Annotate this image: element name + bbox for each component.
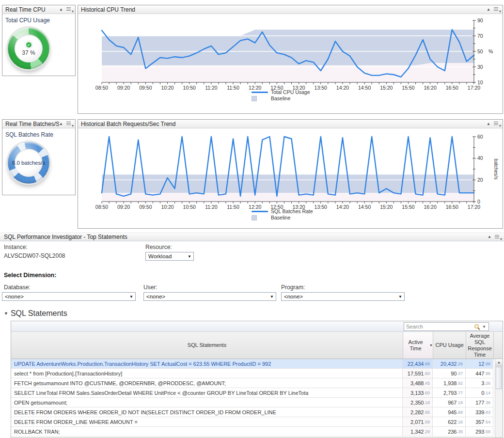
scrollbar-thumb[interactable] xyxy=(496,367,502,389)
cpu-gauge[interactable]: 37 % xyxy=(8,28,49,69)
panel-header-icons xyxy=(59,7,73,12)
panel-real-time-cpu: Real Time CPU Total CPU Usage 37 % xyxy=(2,5,76,76)
panel-historical-cpu-trend: Historical CPU Trend 1030507090%08:5009:… xyxy=(78,5,503,114)
table-row[interactable]: select * from [Production].[TransactionH… xyxy=(11,369,493,378)
table-row[interactable]: FETCH getsumamount INTO @CUSTNME, @ORDER… xyxy=(11,378,493,388)
active-time-cell: 17,591.60 xyxy=(403,369,433,378)
table-row[interactable]: ROLLBACK TRAN;1,342.29236.35293.58 xyxy=(11,427,493,437)
panel-header-icons xyxy=(487,121,500,126)
column-header-active-time[interactable]: Active Time xyxy=(403,332,433,359)
svg-text:60: 60 xyxy=(477,134,483,140)
legend-label: SQL Batches Rate xyxy=(271,208,313,214)
svg-text:30: 30 xyxy=(477,64,483,70)
sql-statement-cell[interactable]: select * from [Production].[TransactionH… xyxy=(11,369,403,378)
svg-text:10: 10 xyxy=(477,79,483,85)
column-header-cpu-usage[interactable]: CPU Usage xyxy=(433,332,466,359)
resource-dropdown-value: Workload xyxy=(146,253,186,259)
active-time-cell: 2,350.18 xyxy=(403,398,433,407)
panel-menu-icon[interactable] xyxy=(494,121,500,126)
chevron-down-icon[interactable] xyxy=(396,295,404,299)
sql-statement-cell[interactable]: DELETE FROM ORDERS WHERE ORDER_ID NOT IN… xyxy=(11,407,403,417)
column-header-avg-response[interactable]: Average SQL Response Time xyxy=(466,332,493,359)
cpu-usage-cell: 967.19 xyxy=(433,398,466,407)
section-menu-icon[interactable] xyxy=(495,235,501,240)
avg-response-cell: 177.36 xyxy=(466,398,493,407)
collapse-icon[interactable] xyxy=(487,8,490,12)
avg-response-cell: 293.58 xyxy=(466,427,493,436)
sql-statements-section-title: SQL Statements xyxy=(4,309,67,318)
panel-title: Real Time Batches/Sec xyxy=(5,121,59,127)
user-dropdown-value: <none> xyxy=(144,294,268,299)
cpu-trend-chart[interactable]: 1030507090%08:5009:2009:5010:2010:5011:2… xyxy=(79,15,503,98)
panel-header: Real Time Batches/Sec xyxy=(2,120,75,128)
chevron-down-icon[interactable] xyxy=(268,295,276,299)
panel-menu-icon[interactable] xyxy=(66,121,73,126)
batches-metric-label: SQL Batches Rate xyxy=(2,128,75,138)
scroll-up-icon[interactable] xyxy=(495,359,503,366)
search-input[interactable] xyxy=(404,324,474,329)
search-icon[interactable] xyxy=(474,324,480,330)
batches-gauge[interactable]: 8.0 batches/s xyxy=(8,142,49,184)
panel-menu-icon[interactable] xyxy=(66,7,73,12)
legend-label: Baseline xyxy=(271,215,290,220)
svg-text:20: 20 xyxy=(477,177,483,183)
collapse-icon[interactable] xyxy=(59,122,63,126)
cpu-metric-label: Total CPU Usage xyxy=(2,14,75,24)
legend-label: Total CPU Usage xyxy=(271,89,310,95)
table-row[interactable]: UPDATE AdventureWorks.Production.Transac… xyxy=(11,359,493,369)
legend-item-baseline: Baseline xyxy=(252,215,329,220)
table-row[interactable]: DELETE FROM ORDER_LINE WHERE AMOUNT =2,0… xyxy=(11,417,493,427)
table-row[interactable]: OPEN getsumamount;2,350.18967.19177.36 xyxy=(11,398,493,407)
table-body: UPDATE AdventureWorks.Production.Transac… xyxy=(11,359,503,438)
batches-gauge-value: 8.0 batches/s xyxy=(12,160,45,166)
panel-real-time-batches: Real Time Batches/Sec SQL Batches Rate 8… xyxy=(2,119,76,195)
batches-trend-chart[interactable]: 0204060batches/s08:5009:2009:5010:2010:5… xyxy=(79,129,503,217)
legend-item-series: Total CPU Usage xyxy=(252,89,329,95)
chevron-down-icon[interactable] xyxy=(186,254,193,259)
search-box xyxy=(404,322,489,331)
sql-statement-cell[interactable]: OPEN getsumamount; xyxy=(11,398,403,407)
column-header-label: Active Time xyxy=(403,339,428,352)
sql-statement-cell[interactable]: DELETE FROM ORDER_LINE WHERE AMOUNT = xyxy=(11,417,403,426)
table-header-row: SQL Statements Active Time CPU Usage Ave… xyxy=(11,332,503,359)
user-label: User: xyxy=(143,284,158,291)
legend-item-series: SQL Batches Rate xyxy=(252,208,329,214)
baseline-swatch xyxy=(252,215,257,220)
database-dropdown[interactable]: <none> xyxy=(2,292,136,301)
collapse-icon[interactable] xyxy=(59,8,63,12)
cpu-usage-cell: 236.35 xyxy=(433,427,466,436)
instance-label: Instance: xyxy=(4,244,28,250)
sql-statement-cell[interactable]: FETCH getsumamount INTO @CUSTNME, @ORDER… xyxy=(11,378,403,388)
vertical-scrollbar[interactable] xyxy=(495,359,503,438)
table-row[interactable]: SELECT LineTotal FROM Sales.SalesOrderDe… xyxy=(11,388,493,398)
active-time-cell: 3,133.60 xyxy=(403,388,433,397)
avg-response-cell: 12.98 xyxy=(466,359,493,368)
svg-text:%: % xyxy=(488,48,493,54)
panel-menu-icon[interactable] xyxy=(494,7,500,12)
search-options-arrow-icon[interactable] xyxy=(480,325,488,329)
resource-dropdown[interactable]: Workload xyxy=(145,252,194,261)
sql-statement-cell[interactable]: SELECT LineTotal FROM Sales.SalesOrderDe… xyxy=(11,388,403,397)
program-dropdown[interactable]: <none> xyxy=(281,292,405,301)
panel-header: Historical Batch Requests/Sec Trend xyxy=(78,120,503,128)
collapse-icon[interactable] xyxy=(487,122,490,126)
section-header-icons xyxy=(488,235,501,240)
svg-text:50: 50 xyxy=(477,48,483,54)
collapse-section-icon[interactable] xyxy=(4,311,8,316)
table-row[interactable]: DELETE FROM ORDERS WHERE ORDER_ID NOT IN… xyxy=(11,407,493,417)
avg-response-cell: 0.14 xyxy=(466,388,493,397)
baseline-swatch xyxy=(252,96,257,101)
svg-text:batches/s: batches/s xyxy=(493,159,499,180)
sql-statement-cell[interactable]: UPDATE AdventureWorks.Production.Transac… xyxy=(11,359,403,368)
cpu-usage-cell: 2,793.77 xyxy=(433,388,466,397)
sql-statement-cell[interactable]: ROLLBACK TRAN; xyxy=(11,427,403,436)
sql-statements-table: SQL Statements Active Time CPU Usage Ave… xyxy=(11,321,503,438)
user-dropdown[interactable]: <none> xyxy=(143,292,276,301)
avg-response-cell: 339.83 xyxy=(466,407,493,417)
sql-statements-title: SQL Statements xyxy=(11,309,67,318)
panel-body: SQL Batches Rate 8.0 batches/s xyxy=(2,128,75,184)
chevron-down-icon[interactable] xyxy=(127,295,135,299)
cpu-gauge-face: 37 % xyxy=(15,34,43,63)
collapse-icon[interactable] xyxy=(488,235,491,239)
column-header-sql-statements[interactable]: SQL Statements xyxy=(11,332,403,359)
